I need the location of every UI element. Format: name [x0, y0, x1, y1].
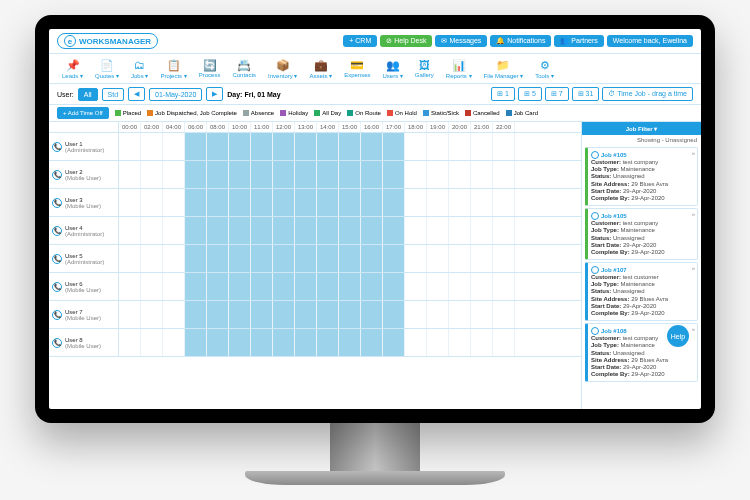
time-slot[interactable]	[295, 273, 317, 300]
time-slot[interactable]	[207, 273, 229, 300]
time-slot[interactable]	[295, 329, 317, 356]
time-slot[interactable]	[339, 133, 361, 160]
time-slot[interactable]	[471, 217, 493, 244]
time-slot[interactable]	[471, 189, 493, 216]
expand-icon[interactable]: »	[692, 211, 695, 217]
time-slot[interactable]	[251, 133, 273, 160]
time-slot[interactable]	[449, 273, 471, 300]
user-label[interactable]: 📞User 4(Administrator)	[49, 217, 119, 244]
user-label[interactable]: 📞User 6(Mobile User)	[49, 273, 119, 300]
time-slot[interactable]	[141, 133, 163, 160]
menu-item[interactable]: 📄Quotes ▾	[90, 56, 124, 81]
time-slot[interactable]	[119, 329, 141, 356]
time-slot[interactable]	[383, 273, 405, 300]
time-slot[interactable]	[251, 217, 273, 244]
time-slot[interactable]	[251, 161, 273, 188]
menu-item[interactable]: 🗂Jobs ▾	[126, 56, 153, 81]
date-input[interactable]: 01-May-2020	[149, 88, 202, 101]
time-slot[interactable]	[427, 133, 449, 160]
job-card[interactable]: »Job #107Customer: test customerJob Type…	[585, 262, 698, 321]
time-slot[interactable]	[427, 273, 449, 300]
time-slot[interactable]	[317, 133, 339, 160]
time-slot[interactable]	[383, 245, 405, 272]
time-slot[interactable]	[427, 301, 449, 328]
time-slot[interactable]	[317, 273, 339, 300]
time-slot[interactable]	[295, 217, 317, 244]
time-slot[interactable]	[361, 133, 383, 160]
time-slot[interactable]	[493, 273, 515, 300]
time-slot[interactable]	[207, 161, 229, 188]
view-span-button[interactable]: ⊞ 5	[518, 87, 542, 101]
time-slot[interactable]	[163, 133, 185, 160]
time-slot[interactable]	[207, 245, 229, 272]
time-slot[interactable]	[141, 189, 163, 216]
time-slot[interactable]	[229, 329, 251, 356]
expand-icon[interactable]: »	[692, 265, 695, 271]
time-slot[interactable]	[383, 161, 405, 188]
time-slot[interactable]	[493, 133, 515, 160]
view-span-button[interactable]: ⊞ 1	[491, 87, 515, 101]
time-slot[interactable]	[405, 189, 427, 216]
time-slot[interactable]	[119, 245, 141, 272]
time-slot[interactable]	[163, 161, 185, 188]
time-slot[interactable]	[427, 161, 449, 188]
job-card[interactable]: »Job #105Customer: test companyJob Type:…	[585, 147, 698, 206]
menu-item[interactable]: 👥Users ▾	[378, 56, 408, 81]
time-job-button[interactable]: ⏱ Time Job - drag a time	[602, 87, 693, 101]
time-slot[interactable]	[361, 245, 383, 272]
topbar-pill[interactable]: + CRM	[343, 35, 377, 47]
time-slot[interactable]	[361, 329, 383, 356]
time-slot[interactable]	[207, 217, 229, 244]
job-filter-header[interactable]: Job Filter ▾	[582, 122, 701, 135]
time-slot[interactable]	[449, 189, 471, 216]
time-slot[interactable]	[251, 273, 273, 300]
time-slot[interactable]	[295, 301, 317, 328]
time-slot[interactable]	[163, 273, 185, 300]
time-slot[interactable]	[295, 133, 317, 160]
time-slot[interactable]	[273, 273, 295, 300]
time-slot[interactable]	[251, 301, 273, 328]
time-slot[interactable]	[405, 301, 427, 328]
topbar-pill[interactable]: ✉ Messages	[435, 35, 487, 47]
time-slot[interactable]	[163, 301, 185, 328]
time-slot[interactable]	[119, 161, 141, 188]
time-slot[interactable]	[449, 245, 471, 272]
time-slot[interactable]	[119, 189, 141, 216]
time-slot[interactable]	[471, 273, 493, 300]
time-slot[interactable]	[361, 273, 383, 300]
time-slot[interactable]	[207, 301, 229, 328]
time-slot[interactable]	[273, 329, 295, 356]
time-slot[interactable]	[427, 245, 449, 272]
time-slot[interactable]	[119, 217, 141, 244]
time-slot[interactable]	[251, 245, 273, 272]
time-slot[interactable]	[273, 161, 295, 188]
time-slot[interactable]	[141, 273, 163, 300]
help-button[interactable]: Help	[667, 325, 689, 347]
time-slot[interactable]	[493, 161, 515, 188]
time-slot[interactable]	[405, 217, 427, 244]
time-slot[interactable]	[229, 273, 251, 300]
time-slot[interactable]	[141, 301, 163, 328]
user-filter-std-button[interactable]: Std	[102, 88, 125, 101]
time-slot[interactable]	[361, 161, 383, 188]
time-slot[interactable]	[317, 161, 339, 188]
time-slot[interactable]	[427, 189, 449, 216]
time-slot[interactable]	[229, 301, 251, 328]
user-label[interactable]: 📞User 5(Administrator)	[49, 245, 119, 272]
time-slot[interactable]	[185, 189, 207, 216]
time-slot[interactable]	[383, 301, 405, 328]
time-slot[interactable]	[449, 161, 471, 188]
time-slot[interactable]	[449, 329, 471, 356]
time-slot[interactable]	[207, 329, 229, 356]
menu-item[interactable]: 📊Reports ▾	[441, 56, 477, 81]
time-slot[interactable]	[119, 133, 141, 160]
time-slot[interactable]	[273, 189, 295, 216]
time-slot[interactable]	[295, 189, 317, 216]
topbar-pill[interactable]: 🔔 Notifications	[490, 35, 551, 47]
add-timeoff-button[interactable]: + Add Time Off	[57, 107, 109, 119]
time-slot[interactable]	[339, 301, 361, 328]
time-slot[interactable]	[295, 245, 317, 272]
topbar-pill[interactable]: ⊘ Help Desk	[380, 35, 432, 47]
time-slot[interactable]	[339, 273, 361, 300]
user-label[interactable]: 📞User 1(Administrator)	[49, 133, 119, 160]
